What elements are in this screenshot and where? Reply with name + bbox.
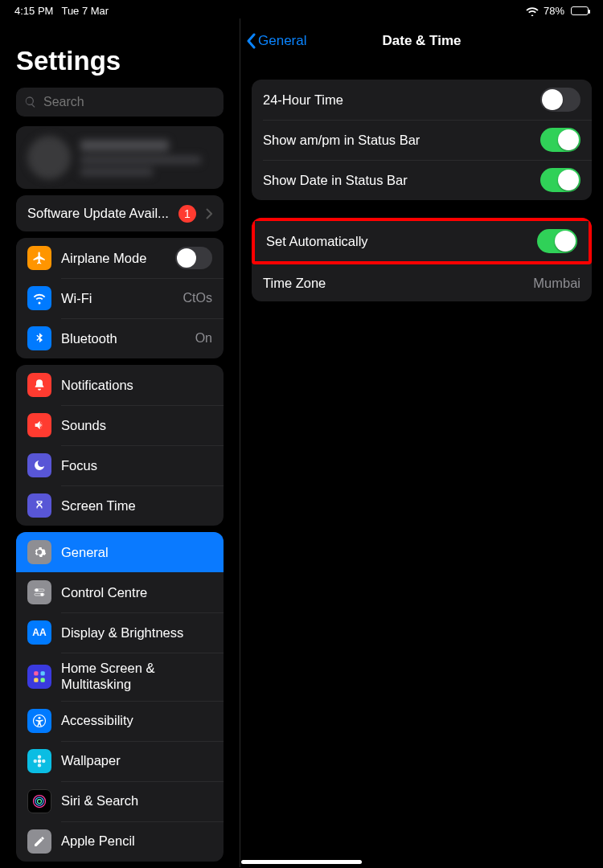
- display-label: Display & Brightness: [61, 625, 212, 641]
- software-update-row[interactable]: Software Update Avail... 1: [16, 195, 224, 231]
- set-automatically-row[interactable]: Set Automatically: [255, 221, 589, 261]
- bluetooth-label: Bluetooth: [61, 331, 186, 346]
- moon-icon: [27, 453, 51, 477]
- accessibility-label: Accessibility: [61, 713, 212, 728]
- showdate-toggle[interactable]: [540, 168, 580, 192]
- chevron-left-icon: [245, 33, 256, 49]
- svg-point-10: [38, 759, 42, 763]
- update-badge: 1: [178, 205, 196, 223]
- twentyfour-hour-toggle[interactable]: [540, 88, 580, 112]
- twentyfour-hour-label: 24-Hour Time: [263, 92, 531, 108]
- detail-title: Date & Time: [383, 33, 461, 49]
- wifi-settings-icon: [27, 286, 51, 310]
- svg-point-12: [35, 797, 43, 805]
- notifications-row[interactable]: Notifications: [16, 365, 224, 405]
- grid-icon: [27, 665, 51, 689]
- search-input[interactable]: [43, 95, 215, 109]
- notifications-label: Notifications: [61, 378, 212, 393]
- software-update-label: Software Update Avail...: [27, 206, 169, 221]
- wifi-label: Wi-Fi: [61, 291, 174, 306]
- sounds-label: Sounds: [61, 418, 212, 433]
- apple-id-card[interactable]: [16, 126, 224, 189]
- switches-icon: [27, 580, 51, 604]
- profile-text: [80, 140, 201, 176]
- settings-sidebar: Settings Software Update Avail... 1 Airp…: [0, 18, 240, 867]
- focus-label: Focus: [61, 458, 212, 473]
- back-label: General: [258, 33, 306, 49]
- accessibility-row[interactable]: Accessibility: [16, 701, 224, 741]
- bluetooth-icon: [27, 326, 51, 350]
- bluetooth-value: On: [195, 331, 212, 346]
- detail-pane: General Date & Time 24-Hour Time Show am…: [240, 18, 603, 867]
- chevron-right-icon: [206, 208, 212, 219]
- bluetooth-row[interactable]: Bluetooth On: [16, 318, 224, 358]
- general-label: General: [61, 545, 212, 560]
- back-button[interactable]: General: [245, 33, 306, 49]
- status-date: Tue 7 Mar: [61, 5, 109, 17]
- page-title: Settings: [0, 18, 240, 84]
- text-size-icon: AA: [27, 620, 51, 645]
- showdate-label: Show Date in Status Bar: [263, 173, 531, 188]
- gear-icon: [27, 540, 51, 564]
- time-format-group: 24-Hour Time Show am/pm in Status Bar Sh…: [252, 80, 592, 200]
- control-centre-label: Control Centre: [61, 585, 212, 600]
- set-automatically-label: Set Automatically: [266, 234, 527, 249]
- timezone-row[interactable]: Time Zone Mumbai: [252, 264, 592, 301]
- svg-rect-6: [34, 678, 38, 682]
- display-row[interactable]: AA Display & Brightness: [16, 612, 224, 653]
- wifi-value: CtOs: [183, 291, 212, 305]
- general-row[interactable]: General: [16, 532, 224, 572]
- homescreen-row[interactable]: Home Screen & Multitasking: [16, 653, 224, 701]
- siri-row[interactable]: Siri & Search: [16, 781, 224, 821]
- siri-icon: [27, 789, 51, 813]
- bell-icon: [27, 373, 51, 397]
- svg-point-9: [39, 716, 41, 719]
- hourglass-icon: [27, 493, 51, 518]
- svg-rect-5: [41, 671, 45, 675]
- wifi-row[interactable]: Wi-Fi CtOs: [16, 278, 224, 318]
- svg-rect-4: [34, 671, 38, 675]
- timezone-group: Set Automatically Time Zone Mumbai: [252, 218, 592, 301]
- status-bar: 4:15 PM Tue 7 Mar 78%: [0, 0, 603, 18]
- wallpaper-row[interactable]: Wallpaper: [16, 741, 224, 781]
- timezone-label: Time Zone: [263, 276, 523, 291]
- siri-label: Siri & Search: [61, 793, 212, 809]
- avatar: [27, 136, 71, 179]
- accessibility-icon: [27, 709, 51, 733]
- wifi-icon: [526, 6, 539, 16]
- wallpaper-label: Wallpaper: [61, 753, 212, 768]
- pencil-row[interactable]: Apple Pencil: [16, 821, 224, 862]
- pencil-label: Apple Pencil: [61, 833, 212, 849]
- battery-icon: [569, 6, 589, 15]
- svg-point-13: [38, 799, 42, 803]
- airplane-label: Airplane Mode: [61, 251, 166, 266]
- annotation-highlight: Set Automatically: [252, 218, 592, 264]
- speaker-icon: [27, 413, 51, 437]
- sounds-row[interactable]: Sounds: [16, 405, 224, 445]
- home-indicator[interactable]: [241, 860, 362, 864]
- twentyfour-hour-row[interactable]: 24-Hour Time: [252, 80, 592, 120]
- airplane-toggle[interactable]: [175, 247, 212, 269]
- airplane-icon: [27, 246, 51, 270]
- screentime-row[interactable]: Screen Time: [16, 485, 224, 526]
- homescreen-label: Home Screen & Multitasking: [61, 661, 212, 693]
- flower-icon: [27, 749, 51, 773]
- airplane-mode-row[interactable]: Airplane Mode: [16, 238, 224, 278]
- search-icon: [24, 96, 37, 108]
- ampm-row[interactable]: Show am/pm in Status Bar: [252, 120, 592, 160]
- screentime-label: Screen Time: [61, 498, 212, 514]
- control-centre-row[interactable]: Control Centre: [16, 572, 224, 612]
- showdate-row[interactable]: Show Date in Status Bar: [252, 160, 592, 200]
- search-field[interactable]: [16, 88, 224, 117]
- ampm-label: Show am/pm in Status Bar: [263, 133, 531, 148]
- status-time: 4:15 PM: [14, 5, 53, 17]
- set-automatically-toggle[interactable]: [537, 229, 577, 253]
- timezone-value: Mumbai: [533, 276, 580, 291]
- ampm-toggle[interactable]: [540, 128, 580, 152]
- pencil-icon: [27, 829, 51, 854]
- focus-row[interactable]: Focus: [16, 445, 224, 485]
- battery-percent: 78%: [544, 5, 564, 17]
- svg-rect-7: [41, 678, 45, 682]
